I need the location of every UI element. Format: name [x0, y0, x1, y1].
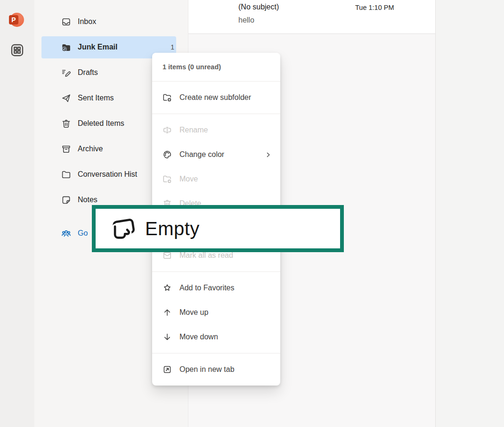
drafts-icon	[61, 68, 71, 78]
menu-item-label: Mark all as read	[179, 251, 272, 260]
junk-folder-icon	[61, 42, 71, 52]
email-timestamp: Tue 1:10 PM	[355, 4, 394, 11]
note-icon	[61, 195, 71, 205]
menu-item-move-down[interactable]: Move down	[152, 325, 280, 349]
chevron-right-icon	[265, 151, 272, 158]
arrow-down-icon	[163, 332, 172, 342]
sidebar-item-label: Inbox	[78, 17, 176, 26]
rename-icon	[163, 125, 172, 135]
groups-icon	[61, 229, 71, 238]
powerpoint-icon-letter: P	[9, 15, 18, 25]
email-preview: hello	[238, 16, 254, 25]
menu-item-move-up[interactable]: Move up	[152, 300, 280, 325]
menu-item-change-color[interactable]: Change color	[152, 142, 280, 167]
menu-item-open-in-new-tab[interactable]: Open in new tab	[152, 357, 280, 382]
menu-item-label: Open in new tab	[179, 365, 272, 374]
menu-item-rename: Rename	[152, 118, 280, 142]
annotation-box-empty-menu-item[interactable]: Empty	[92, 205, 344, 252]
mail-icon	[163, 251, 172, 260]
folder-item-count: 1 items (0 unread)	[152, 53, 280, 82]
sidebar-item-label: Junk Email	[78, 43, 164, 51]
archive-icon	[61, 144, 71, 154]
menu-item-label: Add to Favorites	[179, 284, 272, 292]
menu-section-create: Create new subfolder	[152, 82, 280, 114]
sidebar-item-inbox[interactable]: Inbox	[41, 11, 176, 33]
menu-item-label: Rename	[179, 126, 272, 134]
reading-pane	[435, 0, 504, 427]
trash-icon	[61, 119, 71, 129]
inbox-icon	[61, 17, 71, 27]
menu-item-label: Move up	[179, 308, 272, 317]
folder-icon	[61, 170, 71, 180]
folder-move-icon	[163, 174, 172, 184]
email-subject: (No subject)	[238, 3, 279, 11]
menu-item-label: Create new subfolder	[179, 93, 272, 102]
menu-section-favorites-order: Add to Favorites Move up Move down	[152, 272, 280, 353]
folder-add-icon	[163, 93, 172, 102]
app-launcher-icon[interactable]	[10, 43, 24, 57]
app-rail: P	[0, 0, 34, 427]
menu-item-label: Change color	[179, 150, 257, 159]
open-in-new-tab-icon	[163, 365, 172, 374]
unread-count-badge: 1	[171, 43, 176, 51]
menu-item-move: Move	[152, 167, 280, 191]
arrow-up-icon	[163, 308, 172, 317]
star-icon	[163, 283, 172, 293]
menu-section-open: Open in new tab	[152, 353, 280, 386]
send-icon	[61, 93, 71, 103]
annotation-label: Empty	[145, 218, 200, 239]
menu-item-label: Move down	[179, 333, 272, 341]
menu-item-label: Move	[179, 175, 272, 183]
menu-item-add-to-favorites[interactable]: Add to Favorites	[152, 276, 280, 300]
email-list-item[interactable]: (No subject) hello Tue 1:10 PM	[188, 0, 435, 34]
powerpoint-app-icon[interactable]: P	[10, 13, 24, 27]
color-palette-icon	[163, 150, 172, 159]
empty-folder-icon	[110, 215, 137, 242]
menu-item-create-new-subfolder[interactable]: Create new subfolder	[152, 85, 280, 110]
